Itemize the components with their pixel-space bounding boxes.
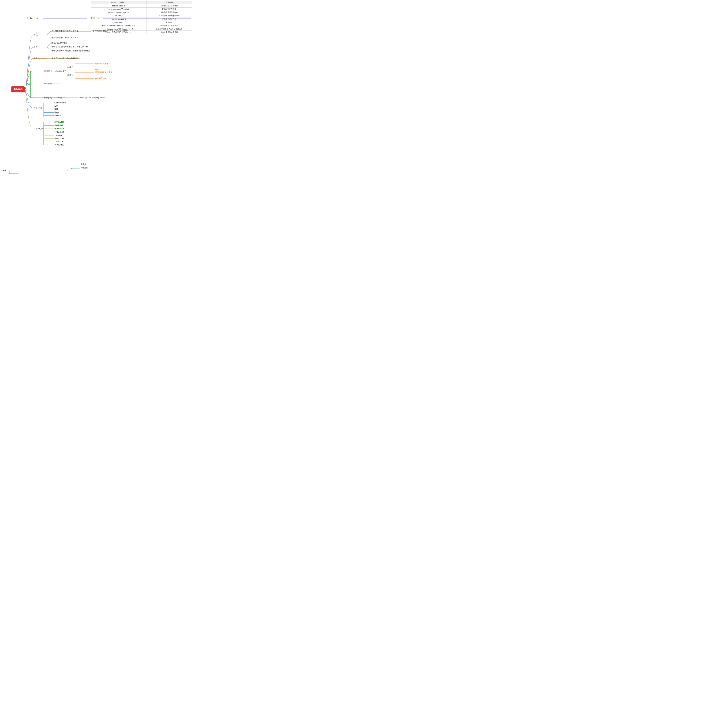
list-coll-label: List集合 <box>67 66 73 69</box>
api-row-7-method: boolean addAll(Collection<? extends E> c… <box>91 24 147 27</box>
api-row-2-desc: 删除指定的对象集 <box>146 7 192 11</box>
bottom-list: List <box>58 173 61 175</box>
set-coll-label: Set集合 <box>67 74 73 76</box>
api-col-desc: 方法说明 <box>146 1 192 4</box>
bottom-collection: collection <box>31 174 39 175</box>
svg-line-10 <box>47 47 51 51</box>
collection-label: Collection <box>27 17 38 20</box>
svg-line-3 <box>47 35 51 38</box>
bottom-svg <box>0 152 192 175</box>
bottom-jiKou: 接口 <box>9 174 13 175</box>
bottom-itrator: Itrator <box>1 169 6 172</box>
wuDa-item1: Collections <box>54 101 66 104</box>
central-node: 集合容器 <box>11 87 25 92</box>
baDa-item8: Properties <box>54 143 64 146</box>
queDian-item2: 数据存于内存，程序结束就没了 <box>51 36 78 39</box>
wuDa-item3: Set <box>54 108 58 110</box>
baDa-item3: HashMap <box>54 127 64 130</box>
danLie-label: 单列集合 <box>44 70 52 73</box>
api-row-9-desc: 从集合中删除多个元素 <box>146 31 192 34</box>
api-row-2-method: boolean remove(Object o) <box>91 7 147 11</box>
wuDa-item4: Map <box>54 111 59 113</box>
baDa-label: 八大实现类 <box>33 128 44 131</box>
map-desc: 以键值对的方式存储 key-value <box>79 96 104 99</box>
gongJuLei-item: 集合是对java中数据结构的封装 <box>51 57 78 60</box>
baDa-item4: LinkedList <box>54 131 64 133</box>
teDian-item2: 集合存放的都是对象的引用，而非对象本身 <box>51 45 88 48</box>
teDian-item3: 集合可以存放不同类型，不限数量的数据类型 <box>51 49 90 52</box>
bottom-arraylist: ArrayList <box>81 167 88 169</box>
teDian-item1: 集合只能存放对象 <box>51 42 67 44</box>
api-row-1-method: boolean add(E e) <box>91 4 147 7</box>
gongJuLei-label: 工具类 <box>33 57 40 60</box>
collection-coll-label: collection集合 <box>54 70 66 72</box>
set-item1: 不能存储重复的集合 <box>95 71 112 74</box>
api-row-6-method: void clear() <box>91 21 147 24</box>
svg-line-6 <box>47 43 51 47</box>
set-item2: 存储时无序的 <box>95 77 107 80</box>
bottom-linklist: LinkList <box>81 173 87 175</box>
api-row-3-desc: 查询某个元素是否存在 <box>146 11 192 14</box>
teDian-label: 特点 <box>33 46 38 49</box>
api-row-6-desc: 清空集合 <box>146 21 192 24</box>
queDian-item1: 弥补数组的扩容性能差，不方便 <box>51 30 78 32</box>
baDa-item7: TreeMap <box>54 140 63 143</box>
shuangLie-label: 双列集合 <box>44 96 52 99</box>
baDa-item5: TreeSet <box>54 134 62 137</box>
wuDa-item5: Iteator <box>54 114 61 117</box>
api-col-method: Collection 常用 API <box>91 1 147 4</box>
api-row-7-desc: 向集合里添加多个元素 <box>146 24 192 27</box>
queDian-label: 缺点 <box>33 33 38 36</box>
bottom-impl-header: 实现类 <box>81 163 87 166</box>
map-coll-label: map集合 <box>54 96 62 99</box>
api-row-8-desc: 从集合中判断多个元素是否都包含 <box>146 27 192 31</box>
baDa-item2: HashSet <box>54 124 63 127</box>
fenLei-label: 分类 <box>26 83 30 86</box>
queDian-note: 集合方便对对象进行存储，在java.util包中 <box>92 30 128 32</box>
list-item1: 可存储重复的集合 <box>95 62 110 65</box>
collection-method-row: Collection 常用方法 <box>27 17 191 20</box>
wuDa-label: 五大接口 <box>33 107 42 110</box>
wuDa-item2: List <box>54 104 58 107</box>
svg-marker-63 <box>55 174 57 175</box>
bottom-section: Itrator 接口 Itable collection List set 实现… <box>0 152 192 154</box>
baDa-item1: ArrayList <box>54 121 64 123</box>
common-methods-label: 常用方法 <box>91 17 100 20</box>
svg-line-1 <box>47 31 51 35</box>
list-item2: 有顺序 <box>95 69 101 71</box>
api-row-1-desc: 在集合边添加多个元素 <box>146 4 192 7</box>
xianXing-label: 线性存储 <box>44 82 52 85</box>
api-row-3-method: boolean contains(Object o) <box>91 11 147 14</box>
baDa-item6: HashTable <box>54 137 64 140</box>
